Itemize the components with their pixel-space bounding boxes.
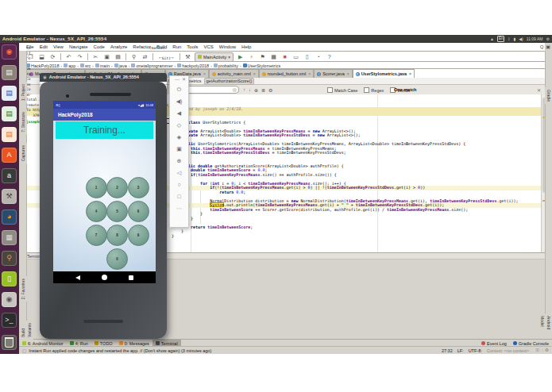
- status-icons[interactable]: ⚿◌⚙: [535, 348, 549, 353]
- strip-tab-android-model[interactable]: Android Model: [538, 313, 552, 339]
- clock[interactable]: 11:09 AM: [527, 35, 543, 43]
- launcher-item-libreoffice-impress[interactable]: ▤: [2, 127, 17, 142]
- keypad-button-2[interactable]: 2: [106, 177, 128, 198]
- strip-tab-2-favorites[interactable]: 2: Favorites: [19, 276, 27, 302]
- emulator-window: ◉ Android Emulator - Nexus_5X_API_26:555…: [40, 73, 167, 339]
- bottom-speaker: [83, 320, 123, 323]
- user-avatar[interactable]: ▣: [546, 44, 550, 49]
- toolwindow-label: Gradle Console: [519, 341, 549, 346]
- overview-nav-button[interactable]: [129, 275, 133, 280]
- back-button[interactable]: ◁: [173, 167, 185, 179]
- app-title-bar: HackPoly2018: [53, 109, 156, 121]
- launcher-item-libreoffice-writer[interactable]: ▤: [2, 86, 17, 101]
- keypad-button-3[interactable]: 3: [128, 177, 149, 198]
- libreoffice-calc-icon: ▤: [6, 110, 13, 117]
- training-label: Training...: [83, 125, 125, 136]
- battery-icon[interactable]: ▮: [513, 35, 515, 43]
- hector-icon[interactable]: ◌: [541, 348, 543, 352]
- rotate-left-button[interactable]: ◇: [173, 119, 185, 131]
- volume-up-button[interactable]: ◀): [173, 95, 185, 107]
- launcher-item-files[interactable]: ▤: [2, 65, 17, 80]
- caret-position[interactable]: 27:32: [442, 348, 453, 353]
- toolwindow-label: Terminal: [161, 341, 178, 346]
- event-log-icon: [481, 341, 485, 345]
- volume-icon[interactable]: ◀): [519, 35, 523, 43]
- screenshot-button[interactable]: ▣: [173, 143, 185, 155]
- gear-icon[interactable]: ⚙: [545, 348, 549, 352]
- launcher-item-ubuntu-software[interactable]: A: [2, 148, 17, 163]
- strip-tab-build-variants[interactable]: Build Variants: [19, 321, 33, 340]
- launcher-item-terminal-app[interactable]: >_: [2, 313, 17, 328]
- keypad-button-9[interactable]: 9: [128, 225, 149, 246]
- phone-frame: ⚙▯ ▾◢▮ 11:08 HackPoly2018 Training... 12…: [40, 82, 167, 339]
- rotate-right-button[interactable]: ◈: [173, 131, 185, 143]
- launcher-item-dash-home[interactable]: ◉: [2, 44, 17, 60]
- launcher-item-workspace-switcher[interactable]: ▦: [2, 230, 17, 245]
- phone-screen[interactable]: ⚙▯ ▾◢▮ 11:08 HackPoly2018 Training... 12…: [53, 101, 156, 283]
- volume-down-button[interactable]: ◀: [173, 107, 185, 119]
- messages-icon: [119, 341, 123, 345]
- terminal-icon: [156, 341, 160, 345]
- strip-tab-gradle[interactable]: Gradle: [545, 87, 552, 104]
- toolwindow-label: TODO: [100, 341, 113, 346]
- home-button[interactable]: ○: [173, 179, 185, 190]
- launcher-item-libreoffice-calc[interactable]: ▤: [2, 106, 17, 121]
- dash-home-icon: ◉: [6, 48, 13, 56]
- home-nav-button[interactable]: [102, 275, 107, 280]
- keypad-button-0[interactable]: 0: [106, 248, 128, 270]
- launcher-item-android-emulator[interactable]: ▯: [2, 271, 17, 286]
- strip-tab-captures[interactable]: Captures: [19, 143, 27, 163]
- launcher-item-system-tools[interactable]: ⚒: [2, 189, 17, 204]
- run-toolwindow-icon: [70, 341, 74, 345]
- training-banner: Training...: [56, 121, 153, 139]
- launcher-item-firefox[interactable]: ◕: [2, 209, 17, 225]
- search-tool-icon: ⚲: [6, 255, 12, 262]
- libreoffice-writer-icon: ▤: [6, 90, 13, 97]
- keypad-button-5[interactable]: 5: [106, 201, 128, 222]
- firefox-icon: ◕: [7, 213, 11, 221]
- bluetooth-icon[interactable]: ᛒ: [508, 35, 510, 43]
- strip-tab-1-project[interactable]: 1: Project: [19, 82, 27, 103]
- emulator-title-bar[interactable]: ◉ Android Emulator - Nexus_5X_API_26:555…: [40, 73, 167, 82]
- instant-run-icon[interactable]: ▢: [22, 348, 26, 353]
- encoding-indicator[interactable]: UTF-8:: [469, 348, 482, 353]
- strip-tab-7-structure[interactable]: 7: Structure: [19, 110, 27, 135]
- right-toolwindow-strip: GradleAndroid Model: [545, 51, 552, 339]
- screenshot-icon: ◉: [6, 296, 13, 303]
- android-monitor-icon: [22, 341, 26, 345]
- front-camera: [66, 94, 69, 98]
- zoom-button[interactable]: ⊕: [173, 155, 185, 167]
- keypad-button-4[interactable]: 4: [86, 201, 107, 222]
- libreoffice-impress-icon: ▤: [6, 131, 13, 138]
- keypad-button-8[interactable]: 8: [106, 225, 128, 246]
- system-tray[interactable]: ▲Enᛒ▮◀)11:09 AM⚙: [490, 35, 550, 43]
- toolwindow-label: 6: Android Monitor: [28, 341, 64, 346]
- launcher-item-search-tool[interactable]: ⚲: [2, 251, 17, 266]
- keypad-button-1[interactable]: 1: [86, 177, 107, 198]
- lock-icon[interactable]: ⚿: [536, 348, 539, 352]
- keyboard-indicator[interactable]: En: [497, 36, 505, 42]
- sim-icon: ▯: [59, 103, 60, 107]
- close-icon[interactable]: ✕: [182, 76, 186, 83]
- more-button[interactable]: ⋯: [173, 202, 185, 214]
- keypad-button-7[interactable]: 7: [86, 225, 107, 246]
- power-button[interactable]: ⏻: [173, 83, 185, 95]
- overview-button[interactable]: □: [173, 190, 185, 202]
- keypad-button-6[interactable]: 6: [128, 201, 149, 222]
- session-gear-icon[interactable]: ⚙: [546, 35, 550, 43]
- minimize-icon[interactable]: —: [175, 76, 179, 83]
- back-nav-button[interactable]: [75, 275, 80, 280]
- emulator-window-icon: ◉: [43, 73, 47, 82]
- desktop: Android Emulator - Nexus_5X_API_26:5554 …: [0, 0, 552, 392]
- status-bar: ▢ Instant Run applied code changes and r…: [19, 346, 552, 354]
- focused-window-title: Android Emulator - Nexus_5X_API_26:5554: [2, 35, 106, 43]
- app-title: HackPoly2018: [58, 112, 93, 117]
- launcher-item-screenshot[interactable]: ◉: [2, 292, 17, 307]
- line-ending-indicator[interactable]: LF:: [457, 348, 464, 353]
- earpiece-speaker: [90, 93, 131, 96]
- launcher-item-trash[interactable]: [2, 335, 17, 350]
- files-icon: ▤: [6, 69, 13, 76]
- wifi-icon[interactable]: ▲: [490, 35, 494, 43]
- battery-icon: ▮: [142, 103, 144, 107]
- launcher-item-amazon[interactable]: a: [2, 168, 17, 183]
